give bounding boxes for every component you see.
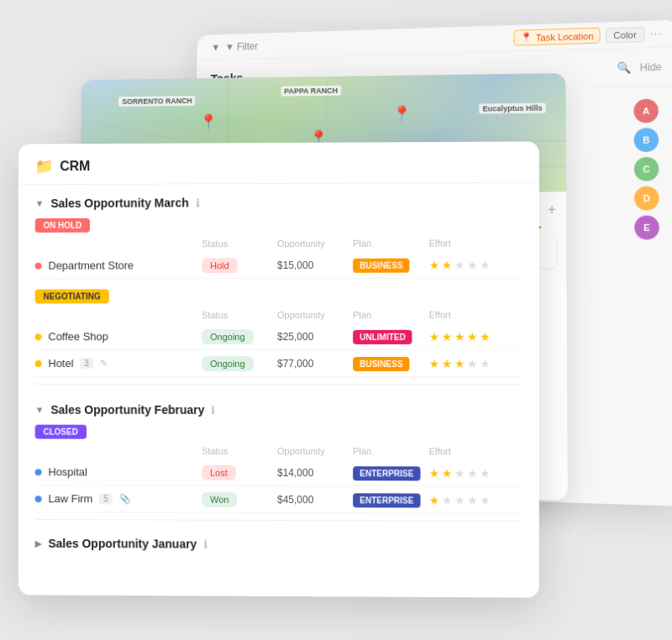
group-negotiating: NEGOTIATING Status Opportunity Plan Effo… xyxy=(35,286,522,377)
plan-badge: UNLIMITED xyxy=(353,330,412,344)
row-dot xyxy=(35,360,42,367)
stars: ★ ★ ★ ★ ★ xyxy=(429,258,522,271)
section-title-february: Sales Opportunity February xyxy=(50,403,204,417)
stars: ★ ★ ★ ★ ★ xyxy=(429,329,522,343)
plan-cell: ENTERPRISE xyxy=(353,464,428,480)
more-icon[interactable]: ··· xyxy=(649,26,661,42)
stars: ★ ★ ★ ★ ★ xyxy=(429,466,522,480)
star: ★ xyxy=(454,356,465,370)
star: ★ xyxy=(442,493,453,506)
status-pill[interactable]: Won xyxy=(202,492,237,507)
tasks-actions: 🔍 Hide xyxy=(617,60,662,75)
star: ★ xyxy=(442,466,453,480)
opportunity-value: $14,000 xyxy=(277,467,353,479)
col-plan: Plan xyxy=(353,310,428,320)
star: ★ xyxy=(467,356,478,370)
task-location-badge[interactable]: 📍 Task Location xyxy=(514,28,601,46)
star: ★ xyxy=(454,258,465,271)
star: ★ xyxy=(480,258,491,271)
avatar: E xyxy=(634,215,659,239)
star: ★ xyxy=(429,466,440,480)
section-chevron-march[interactable]: ▼ xyxy=(35,198,45,208)
filter-label[interactable]: ▼ Filter xyxy=(225,40,258,53)
opportunity-value: $45,000 xyxy=(277,494,353,506)
section-header-february: ▼ Sales Opportunity February ℹ xyxy=(35,391,522,424)
row-dot xyxy=(35,333,42,340)
item-name: Law Firm xyxy=(48,492,92,505)
star: ★ xyxy=(442,356,453,370)
section-header-january[interactable]: ▶ Sales Opportunity January ℹ xyxy=(35,527,522,562)
star: ★ xyxy=(480,493,491,506)
row-dot xyxy=(35,262,42,269)
item-name: Department Store xyxy=(48,259,134,271)
row-status: Hold xyxy=(202,257,277,273)
star: ★ xyxy=(480,466,491,480)
section-chevron-january[interactable]: ▶ xyxy=(35,538,42,548)
opportunity-value: $15,000 xyxy=(277,259,353,270)
status-pill[interactable]: Hold xyxy=(202,258,238,273)
plan-cell: UNLIMITED xyxy=(353,328,428,344)
section-title-january: Sales Opportunity January xyxy=(48,537,197,551)
star: ★ xyxy=(467,493,478,506)
table-row[interactable]: Department Store Hold $15,000 BUSINESS ★… xyxy=(35,251,522,279)
star: ★ xyxy=(454,493,465,506)
table-row[interactable]: Hotel 3 ✎ Ongoing $77,000 BUSINESS ★ ★ ★… xyxy=(35,350,522,377)
table-row[interactable]: Hospital Lost $14,000 ENTERPRISE ★ ★ ★ ★… xyxy=(35,459,522,486)
star: ★ xyxy=(429,356,440,370)
star: ★ xyxy=(429,493,440,506)
row-status: Ongoing xyxy=(202,328,277,344)
section-chevron-february[interactable]: ▼ xyxy=(35,405,45,415)
table-row[interactable]: Coffee Shop Ongoing $25,000 UNLIMITED ★ … xyxy=(35,323,522,350)
location-icon: 📍 xyxy=(521,32,533,43)
crm-card: 📁 CRM ▼ Sales Opportunity March ℹ ON HOL… xyxy=(18,141,539,597)
group-label-negotiating: NEGOTIATING xyxy=(35,289,109,303)
crm-title: CRM xyxy=(60,159,90,174)
col-status: Status xyxy=(202,239,277,249)
crm-header: 📁 CRM xyxy=(18,141,539,185)
group-onhold: ON HOLD Status Opportunity Plan Effort D… xyxy=(35,215,522,280)
plan-badge: BUSINESS xyxy=(353,357,409,371)
row-dot xyxy=(35,496,42,502)
hide-label[interactable]: Hide xyxy=(640,60,662,73)
row-status: Ongoing xyxy=(202,355,277,371)
item-name: Hotel xyxy=(48,357,73,370)
star: ★ xyxy=(480,329,491,343)
col-effort: Effort xyxy=(429,446,522,456)
status-pill[interactable]: Ongoing xyxy=(202,356,253,371)
star: ★ xyxy=(429,258,440,271)
meta-count: 3 xyxy=(80,358,92,369)
group-closed: CLOSED Status Opportunity Plan Effort Ho… xyxy=(35,423,522,514)
star: ★ xyxy=(467,466,478,480)
status-pill[interactable]: Ongoing xyxy=(202,329,253,344)
add-task-icon[interactable]: + xyxy=(548,202,556,218)
row-dot xyxy=(35,469,42,475)
folder-icon: 📁 xyxy=(35,157,54,176)
star: ★ xyxy=(429,329,440,343)
col-opportunity: Opportunity xyxy=(277,239,353,249)
info-icon: ℹ xyxy=(196,197,200,209)
search-icon[interactable]: 🔍 xyxy=(617,61,632,75)
col-status: Status xyxy=(202,446,277,456)
plan-cell: ENTERPRISE xyxy=(353,491,428,507)
star: ★ xyxy=(454,466,465,480)
stars: ★ ★ ★ ★ ★ xyxy=(429,356,522,370)
avatar: C xyxy=(634,157,659,181)
status-pill[interactable]: Lost xyxy=(202,465,236,480)
plan-cell: BUSINESS xyxy=(353,355,428,371)
item-name: Coffee Shop xyxy=(48,330,108,343)
row-status: Won xyxy=(202,491,277,507)
section-title-march: Sales Opportunity March xyxy=(50,196,188,210)
col-effort: Effort xyxy=(429,310,522,320)
section-header-march: ▼ Sales Opportunity March ℹ xyxy=(35,183,522,217)
star: ★ xyxy=(480,356,491,370)
color-button[interactable]: Color xyxy=(606,26,644,43)
info-icon: ℹ xyxy=(203,538,207,550)
group-label-closed: CLOSED xyxy=(35,425,87,439)
table-row[interactable]: Law Firm 5 📎 Won $45,000 ENTERPRISE ★ ★ … xyxy=(35,485,522,514)
col-plan: Plan xyxy=(353,238,428,248)
task-avatars: A B C D E xyxy=(623,88,670,250)
info-icon: ℹ xyxy=(211,403,215,416)
avatar: D xyxy=(634,186,659,211)
filter-icon: ▼ xyxy=(211,41,220,53)
row-name: Law Firm 5 📎 xyxy=(35,492,202,506)
